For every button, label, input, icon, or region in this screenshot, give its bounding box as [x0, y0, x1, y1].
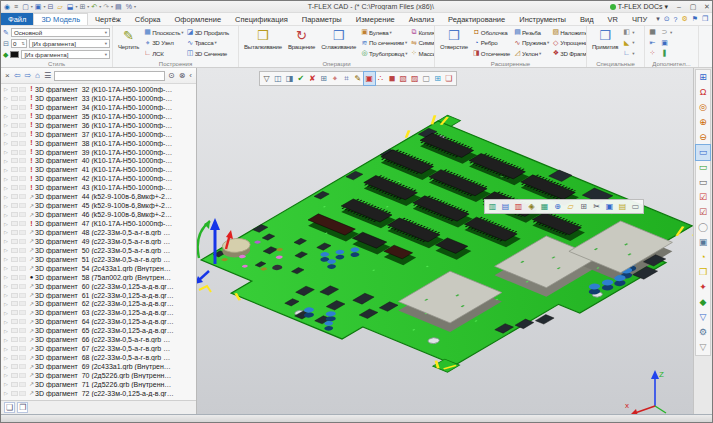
- expand-arrow-icon[interactable]: ▷: [4, 355, 11, 361]
- tree-row[interactable]: ▷ 3D фрагмент_54 (2с433а1.grb (Внутрен…: [1, 264, 196, 273]
- new-document-icon[interactable]: ▢: [21, 2, 30, 12]
- expand-arrow-icon[interactable]: ▷: [4, 229, 11, 235]
- expand-arrow-icon[interactable]: ▷: [4, 194, 11, 200]
- tree-row[interactable]: ▷ 3D фрагмент_72 (с22-33м-0,125-а-д-в.gr…: [1, 389, 196, 398]
- tree-row[interactable]: ▷ 3D фрагмент_33 (К10-17А-Н50-1000пф-…: [1, 94, 196, 103]
- tree-row[interactable]: ▷ 3D фрагмент_35 (К10-17А-Н50-1000пф-…: [1, 112, 196, 121]
- hole-button[interactable]: ❒ Отверстие: [437, 27, 471, 51]
- bracket-button[interactable]: ❚: [660, 48, 672, 59]
- ribbon-tab[interactable]: Чертёж: [88, 13, 128, 25]
- measure-dark-icon[interactable]: ▭: [696, 175, 710, 190]
- tree-row[interactable]: ▷ 3D фрагмент_61 (с22-33м-0,125-а-д-в.gr…: [1, 291, 196, 300]
- panel-tab-windows[interactable]: ❐: [17, 402, 28, 413]
- 3d-model-pcb[interactable]: Z x: [197, 68, 695, 414]
- visibility-icon[interactable]: [11, 105, 18, 110]
- tree-row[interactable]: ▷ 3D фрагмент_32 (К10-17А-Н50-1000пф-…: [1, 85, 196, 94]
- tree-row[interactable]: ▷ 3D фрагмент_36 (К10-17А-Н50-1000пф-…: [1, 121, 196, 130]
- tree-row[interactable]: ▷ 3D фрагмент_70 (2д5226.grb (Внутренн…: [1, 371, 196, 380]
- app-logo-icon[interactable]: ◉: [3, 2, 11, 12]
- tree-row[interactable]: ▷ 3D фрагмент_39 (К10-17А-Н50-1000пф-…: [1, 148, 196, 157]
- tree-row[interactable]: ▷ 3D фрагмент_38 (К10-17А-Н50-1000пф-…: [1, 139, 196, 148]
- color-source-select[interactable]: [Из фрагмента] ▾: [21, 50, 110, 59]
- visibility-icon[interactable]: [11, 150, 18, 155]
- revolve-button[interactable]: ↻ Вращение: [285, 27, 318, 51]
- visibility-icon[interactable]: [11, 87, 18, 92]
- tree-row[interactable]: ▷ 3D фрагмент_37 (К10-17А-Н50-1000пф-…: [1, 130, 196, 139]
- expand-arrow-icon[interactable]: ▷: [4, 104, 11, 110]
- expand-arrow-icon[interactable]: ▷: [4, 95, 11, 101]
- draw-button[interactable]: ✎ Чертить: [115, 27, 142, 51]
- expand-arrow-icon[interactable]: ▷: [4, 381, 11, 387]
- visibility-icon[interactable]: [11, 373, 18, 378]
- visibility-icon[interactable]: [11, 167, 18, 172]
- ribbon-tab[interactable]: Сборка: [128, 13, 168, 25]
- ribbon-tab[interactable]: Инструменты: [512, 13, 573, 25]
- menu-icon[interactable]: ≡: [13, 2, 19, 12]
- ribbon-tab[interactable]: Вид: [573, 13, 601, 25]
- minimize-button[interactable]: –: [672, 1, 686, 12]
- color-swatch[interactable]: [10, 51, 19, 58]
- hatch-box2-icon[interactable]: ▨: [409, 72, 420, 85]
- tree-row[interactable]: ▷ 3D фрагмент_68 (с22-33м-0,5-а-г-в.grb …: [1, 353, 196, 362]
- visibility-icon[interactable]: [11, 221, 18, 226]
- level-source-select[interactable]: [Из фрагмента] ▾: [29, 39, 110, 48]
- visibility-icon[interactable]: [11, 319, 18, 324]
- ribbon-tab[interactable]: Редактирование: [441, 13, 512, 25]
- loft-button[interactable]: ≋ По сечениям ▾: [360, 38, 407, 49]
- clipboard-icon[interactable]: ❏: [443, 72, 454, 85]
- visibility-icon[interactable]: [11, 230, 18, 235]
- visibility-icon[interactable]: [11, 194, 18, 199]
- layout-icon[interactable]: ❐: [700, 15, 710, 23]
- ribbon-tab[interactable]: Файл: [1, 13, 33, 25]
- visibility-icon[interactable]: [11, 382, 18, 387]
- wedge-button[interactable]: ◣ ▾: [622, 38, 634, 49]
- collapse-icon[interactable]: ‹: [187, 69, 194, 83]
- apply-material-button[interactable]: ▨ Наложить материал: [551, 27, 587, 38]
- list-view-icon[interactable]: ☰: [42, 69, 53, 83]
- t-flex-docs-button[interactable]: T-FLEX DOCs ▾: [606, 3, 672, 11]
- save-icon[interactable]: ⬓: [66, 2, 75, 12]
- tree-row[interactable]: ▷ 3D фрагмент_45 (k52-9-100в-6,8мкф+-2…: [1, 201, 196, 210]
- back-icon[interactable]: ⇦: [12, 69, 23, 83]
- zoom-window-icon[interactable]: ◎: [696, 100, 710, 115]
- cube-view-icon[interactable]: ▦: [538, 200, 551, 213]
- sphere-section-icon[interactable]: ◔: [696, 250, 710, 265]
- ribbon-tab[interactable]: Анализ: [402, 13, 441, 25]
- box-one-button[interactable]: ▣: [660, 38, 672, 49]
- axis-tool-button[interactable]: ∟ ▾: [622, 48, 634, 59]
- visibility-icon[interactable]: [11, 212, 18, 217]
- expand-arrow-icon[interactable]: ▷: [4, 390, 11, 396]
- frame-image-icon[interactable]: ▣: [603, 200, 616, 213]
- visibility-icon[interactable]: [11, 328, 18, 333]
- selected-frame-icon[interactable]: ▣: [364, 72, 375, 85]
- sheet-metal-button[interactable]: ◧ ▾: [622, 27, 634, 38]
- visibility-icon[interactable]: [11, 141, 18, 146]
- 3d-section-button[interactable]: ◫ 3D Сечение: [186, 48, 230, 59]
- tree-row[interactable]: ▷ 3D фрагмент_42 (К10-17А-Н50-1000пф-…: [1, 174, 196, 183]
- extrude-button[interactable]: ❒ Выталкивание: [241, 27, 285, 51]
- tree-row[interactable]: ▷ 3D фрагмент_46 (k52-9-100в-6,8мкф+-2…: [1, 210, 196, 219]
- ribbon-tab[interactable]: Параметры: [295, 13, 349, 25]
- visibility-icon[interactable]: [11, 96, 18, 101]
- flag-icon[interactable]: ⚑: [690, 15, 700, 23]
- tree-row[interactable]: ▷ 3D фрагмент_47 (К10-17А-Н50-1000пф-…: [1, 219, 196, 228]
- visibility-icon[interactable]: [11, 391, 18, 396]
- doc-edit-icon[interactable]: ▤: [499, 200, 512, 213]
- settings-gear-icon[interactable]: ⚙: [679, 15, 689, 23]
- zoom-in-icon[interactable]: ⊕: [696, 115, 710, 130]
- tree-row[interactable]: ▷ 3D фрагмент_40 (К10-17А-Н50-1000пф-…: [1, 157, 196, 166]
- expand-arrow-icon[interactable]: ▷: [4, 247, 11, 253]
- dimension-button[interactable]: ⇤: [648, 38, 658, 49]
- nodes-button[interactable]: ⁘: [648, 48, 658, 59]
- expand-arrow-icon[interactable]: ▷: [4, 185, 11, 191]
- cut-tool-icon[interactable]: ✂: [590, 200, 603, 213]
- apply-check-icon[interactable]: ✔: [295, 72, 306, 85]
- display-mode-icon[interactable]: ▥: [486, 200, 499, 213]
- redo-icon[interactable]: ↷: [102, 2, 110, 12]
- copy-button[interactable]: ⧉ Копия: [409, 27, 435, 38]
- selector-filter-icon[interactable]: ▽: [261, 72, 272, 85]
- primitive-button[interactable]: ❒ Примитив: [589, 27, 621, 51]
- expand-arrow-icon[interactable]: ▷: [4, 86, 11, 92]
- shell-button[interactable]: ◘ Оболочка: [472, 27, 511, 38]
- visibility-icon[interactable]: [11, 248, 18, 253]
